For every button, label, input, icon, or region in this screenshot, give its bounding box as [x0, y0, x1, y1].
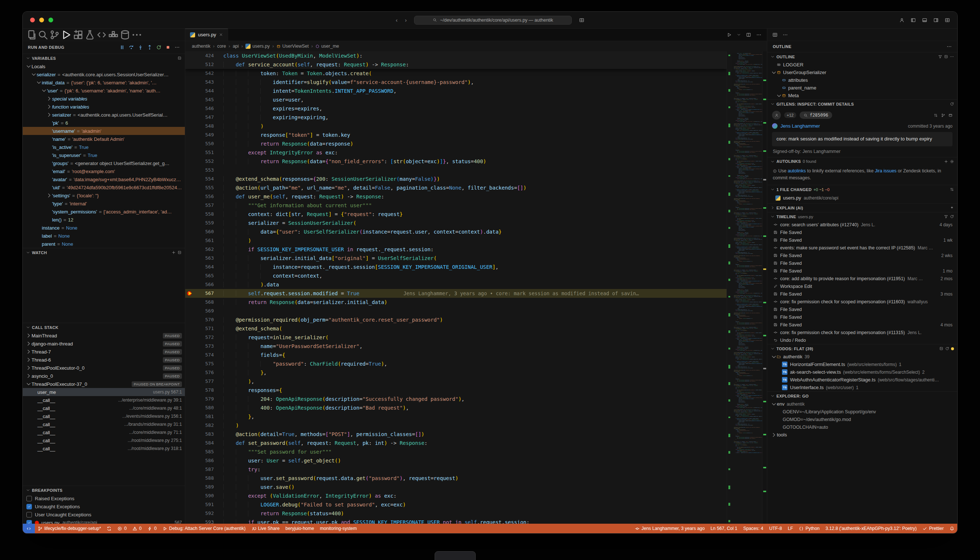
thread-row[interactable]: asyncio_0 PAUSED: [23, 372, 185, 380]
status-item-utf-8[interactable]: UTF-8: [766, 524, 785, 533]
code-area[interactable]: 424class UserViewSet(UsedByMixin, ModelV…: [185, 51, 767, 524]
variable-row[interactable]: serializer=<authentik.core.api.users.Use…: [23, 111, 185, 119]
code-line[interactable]: 566 ).data: [185, 280, 727, 289]
code-line[interactable]: 588 user.set_password(request.data.get("…: [185, 474, 727, 483]
variable-row[interactable]: 'email'='root@example.com': [23, 167, 185, 175]
code-line[interactable]: 575 "password": CharField(required=True)…: [185, 359, 727, 368]
outline-item[interactable]: Meta: [767, 92, 957, 99]
timeline-item[interactable]: File Saved 2 wks: [767, 252, 957, 259]
gutter-breakpoint-margin[interactable]: [185, 509, 195, 518]
code-line[interactable]: 570 @permission_required(obj_perm="authe…: [185, 315, 727, 324]
activity-remote-explorer[interactable]: [96, 29, 107, 40]
status-item-monitoring-system[interactable]: monitoring-system: [317, 524, 360, 533]
gutter-breakpoint-margin[interactable]: [185, 113, 195, 122]
breakpoint-row[interactable]: Uncaught Exceptions: [23, 502, 185, 510]
more-icon[interactable]: [783, 32, 788, 37]
status-item-python[interactable]: Python: [796, 524, 822, 533]
variable-row[interactable]: label=None: [23, 232, 185, 240]
timeline-item[interactable]: File Saved: [767, 313, 957, 321]
status-item-bell[interactable]: [947, 524, 957, 533]
breakpoint-row[interactable]: Raised Exceptions: [23, 494, 185, 502]
debug-pause-icon[interactable]: [120, 45, 125, 50]
outline-item[interactable]: UserGroupSerializer: [767, 68, 957, 76]
code-line[interactable]: 567 self.request.session.modified = True…: [185, 289, 727, 298]
breadcrumb-item[interactable]: core: [217, 43, 226, 49]
breakpoint-row[interactable]: users.py authentik/core/api 567: [23, 518, 185, 524]
code-line[interactable]: 552 return Response(data={"non_field_err…: [185, 157, 727, 166]
outline-item[interactable]: parent_name: [767, 84, 957, 92]
todo-file-row[interactable]: TS ak-search-select-view.ts (web/src/ele…: [767, 368, 957, 376]
gutter-breakpoint-margin[interactable]: [185, 69, 195, 78]
stack-frame-row[interactable]: __call__ .../core/middleware.py 71:1: [23, 428, 185, 437]
code-line[interactable]: 424class UserViewSet(UsedByMixin, ModelV…: [185, 51, 727, 60]
status-item-sync[interactable]: [104, 524, 115, 533]
gutter-breakpoint-margin[interactable]: [185, 175, 195, 183]
code-line[interactable]: 553: [185, 166, 727, 175]
breadcrumb-item[interactable]: user_me: [315, 43, 339, 49]
todo-file-row[interactable]: TS HorizontalFormElement.ts (web/src/ele…: [767, 360, 957, 368]
checkbox[interactable]: [27, 520, 32, 524]
code-line[interactable]: 550 return Response(data=response): [185, 139, 727, 148]
debug-restart-icon[interactable]: [156, 45, 162, 50]
timeline-item[interactable]: core: fix permission check for scoped im…: [767, 328, 957, 336]
thread-row[interactable]: ThreadPoolExecutor-37_0 PAUSED ON BREAKP…: [23, 380, 185, 388]
panel-layout-icon[interactable]: [772, 32, 778, 37]
thread-row[interactable]: Thread-6 PAUSED: [23, 356, 185, 364]
filter-icon[interactable]: [938, 55, 942, 59]
code-line[interactable]: 589 user.save(): [185, 483, 727, 492]
activity-containers[interactable]: [108, 29, 119, 40]
breadcrumb-item[interactable]: authentik: [192, 43, 210, 49]
variable-row[interactable]: special variables: [23, 95, 185, 103]
gutter-breakpoint-margin[interactable]: [185, 351, 195, 359]
timeline-item[interactable]: File Saved 1 mo: [767, 267, 957, 275]
activity-run-and-debug[interactable]: [61, 29, 72, 40]
code-line[interactable]: 559 serializer = SessionUserSerializer(: [185, 218, 727, 227]
timeline-item[interactable]: File Saved: [767, 259, 957, 267]
variable-row[interactable]: initial_data={'user': {'pk': 6, 'usernam…: [23, 78, 185, 87]
variable-row[interactable]: 'type'='internal': [23, 200, 185, 208]
autolink-link[interactable]: Jira issues: [875, 168, 897, 173]
todos-section-header[interactable]: TODOS: FLAT (39): [767, 344, 957, 353]
outline-item[interactable]: LOGGER: [767, 61, 957, 68]
gutter-breakpoint-margin[interactable]: [185, 130, 195, 139]
gutter-breakpoint-margin[interactable]: [185, 298, 195, 307]
run-python-file-icon[interactable]: [727, 32, 732, 37]
go-env-var[interactable]: GOENV=~/Library/Application Support/go/e…: [767, 408, 957, 415]
gutter-breakpoint-margin[interactable]: [185, 359, 195, 368]
todo-file-row[interactable]: TS UserInterface.ts (web/src/user)1: [767, 383, 957, 391]
status-item-debug-attach-server-core-authe[interactable]: Debug: Attach Server Core (authentik): [160, 524, 248, 533]
gutter-breakpoint-margin[interactable]: [185, 272, 195, 280]
gutter-breakpoint-margin[interactable]: [185, 183, 195, 192]
filter-icon[interactable]: [944, 215, 948, 218]
code-line[interactable]: 563 serializer.initial_data["original"] …: [185, 254, 727, 263]
status-item-spaces-4[interactable]: Spaces: 4: [740, 524, 766, 533]
thread-row[interactable]: django-main-thread PAUSED: [23, 340, 185, 348]
timeline-item[interactable]: Workspace Edit: [767, 282, 957, 290]
timeline-item[interactable]: core: search users' attributes (#12740) …: [767, 221, 957, 228]
timeline-item[interactable]: File Saved 1 wk: [767, 236, 957, 244]
code-line[interactable]: 546 expires=expires,: [185, 104, 727, 113]
go-explorer-section-header[interactable]: EXPLORER: GO: [767, 391, 957, 400]
todo-file-row[interactable]: TS WebAuthnAuthenticatorRegisterStage.ts…: [767, 376, 957, 383]
thread-row[interactable]: MainThread PAUSED: [23, 332, 185, 340]
breadcrumb-item[interactable]: UserViewSet: [277, 43, 309, 49]
gutter-breakpoint-margin[interactable]: [185, 421, 195, 430]
timeline-item[interactable]: core: fix permission check for scoped im…: [767, 298, 957, 305]
go-env-var[interactable]: GOTOOLCHAIN=auto: [767, 423, 957, 431]
gutter-breakpoint-margin[interactable]: [185, 218, 195, 227]
open-in-window-icon[interactable]: [948, 113, 952, 117]
stack-frame-row[interactable]: __call__ .../core/middleware.py 48:1: [23, 404, 185, 412]
debug-step-over-icon[interactable]: [129, 45, 134, 50]
debug-stop-icon[interactable]: [165, 45, 170, 50]
code-line[interactable]: 593 if user.pk == request.user.pk and SE…: [185, 518, 727, 524]
status-item-live-share[interactable]: Live Share: [249, 524, 283, 533]
variable-row[interactable]: 'groups'=<generator object UserSelfSeria…: [23, 159, 185, 167]
code-line[interactable]: 582 ): [185, 421, 727, 430]
gear-icon[interactable]: [950, 160, 954, 163]
more-actions-icon[interactable]: [756, 32, 762, 37]
gutter-breakpoint-margin[interactable]: [185, 377, 195, 386]
refresh-icon[interactable]: [950, 102, 954, 106]
todo-repo-row[interactable]: authentik39: [767, 353, 957, 360]
collapse-all-icon[interactable]: [939, 347, 943, 351]
variable-row[interactable]: 'user'={'pk': 6, 'username': 'akadmin', …: [23, 87, 185, 95]
